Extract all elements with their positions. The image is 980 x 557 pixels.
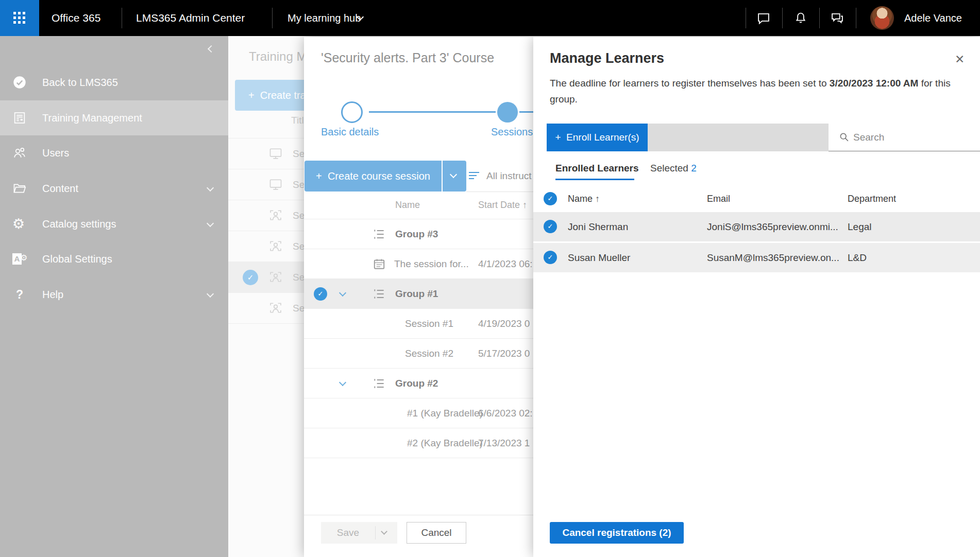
dialog-title: 'Security alerts. Part 3' Course	[321, 50, 494, 65]
save-split-arrow[interactable]	[381, 528, 387, 535]
create-course-session-button[interactable]: + Create course session	[305, 161, 442, 192]
divider	[782, 8, 783, 28]
admin-center-label[interactable]: LMS365 Admin Center	[136, 0, 245, 36]
divider	[122, 8, 122, 28]
divider	[466, 192, 533, 192]
session-group-row[interactable]: Group #3	[304, 219, 533, 249]
deadline-value: 3/20/2023 12:00 AM	[830, 78, 919, 89]
user-name[interactable]: Adele Vance	[904, 0, 962, 36]
stepper-line	[369, 111, 496, 113]
session-group-row[interactable]: Group #2	[304, 368, 533, 398]
learning-hub-menu[interactable]: My learning hub	[288, 0, 361, 36]
row-check-icon[interactable]: ✓	[314, 287, 327, 301]
step-sessions-circle[interactable]	[497, 102, 518, 123]
learner-row[interactable]: ✓ Joni Sherman JoniS@lms365preview.onmi.…	[533, 212, 980, 241]
session-row[interactable]: Session #1 4/19/2023 0	[304, 308, 533, 338]
learner-row[interactable]: ✓ Susan Mueller SusanM@lms365preview.on.…	[533, 243, 980, 272]
toolbar-strip	[648, 124, 829, 151]
avatar[interactable]	[870, 6, 894, 30]
sort-asc-icon: ↑	[595, 194, 600, 204]
chevron-down-icon[interactable]	[339, 379, 346, 386]
cancel-registrations-button[interactable]: Cancel registrations (2)	[550, 522, 684, 544]
tab-enrolled-learners[interactable]: Enrolled Learners	[555, 163, 639, 174]
search-box[interactable]	[829, 124, 980, 151]
step-basic-details-circle[interactable]	[341, 101, 363, 123]
learners-table-header: ✓ Name ↑ Email Department	[533, 186, 980, 211]
group-list-icon	[373, 228, 386, 241]
search-icon	[839, 132, 850, 143]
divider	[746, 8, 746, 28]
session-row[interactable]: #2 (Kay Bradelle) 7/13/2023 1	[304, 428, 533, 458]
panel-title: Manage Learners	[550, 50, 664, 66]
column-header-department[interactable]: Department	[848, 186, 896, 211]
close-icon[interactable]: ✕	[955, 53, 965, 66]
divider	[856, 8, 856, 28]
group-list-icon	[373, 287, 386, 301]
office365-label[interactable]: Office 365	[52, 0, 100, 36]
manage-learners-panel: Manage Learners ✕ The deadline for learn…	[533, 37, 980, 557]
search-input[interactable]	[853, 124, 972, 151]
divider	[304, 458, 533, 458]
group-list-icon	[373, 377, 386, 390]
app-launcher-button[interactable]	[0, 0, 39, 36]
calendar-icon	[373, 257, 386, 271]
column-header-start-date[interactable]: Start Date ↑	[478, 193, 527, 217]
stepper-line	[519, 111, 533, 113]
cancel-button[interactable]: Cancel	[407, 522, 466, 544]
sort-asc-icon: ↑	[522, 200, 527, 210]
select-all-check-icon[interactable]: ✓	[544, 192, 557, 205]
suite-bar: Office 365 LMS365 Admin Center My learni…	[0, 0, 980, 36]
column-header-name[interactable]: Name ↑	[568, 186, 600, 211]
deadline-text: The deadline for learners to register th…	[550, 75, 968, 107]
active-tab-underline	[555, 179, 634, 180]
session-row[interactable]: #1 (Kay Bradelle) 6/6/2023 02:	[304, 398, 533, 428]
waffle-icon	[13, 12, 25, 24]
column-header-name[interactable]: Name	[395, 193, 420, 217]
enroll-learners-button[interactable]: + Enroll Learner(s)	[547, 124, 648, 151]
divider	[819, 8, 820, 28]
bell-icon[interactable]	[793, 11, 808, 25]
step-sessions-label[interactable]: Sessions	[491, 126, 533, 138]
chat-icon[interactable]	[756, 11, 771, 25]
screen: Office 365 LMS365 Admin Center My learni…	[0, 0, 980, 557]
selected-count: 2	[691, 163, 697, 173]
instructor-filter-label[interactable]: All instruct	[486, 170, 532, 182]
step-basic-details-label[interactable]: Basic details	[321, 126, 379, 138]
column-header-email[interactable]: Email	[707, 186, 730, 211]
session-row[interactable]: The session for... 4/1/2023 06:	[304, 249, 533, 278]
create-session-split-arrow[interactable]	[443, 161, 466, 192]
course-session-dialog: 'Security alerts. Part 3' Course Basic d…	[304, 37, 533, 557]
feedback-icon[interactable]	[830, 11, 844, 25]
tab-selected[interactable]: Selected 2	[650, 163, 697, 174]
session-group-row-selected[interactable]: ✓ Group #1	[304, 278, 533, 308]
session-row[interactable]: Session #2 5/17/2023 0	[304, 338, 533, 368]
divider	[272, 8, 273, 28]
row-check-icon[interactable]: ✓	[544, 251, 557, 264]
save-button[interactable]: Save	[321, 522, 397, 544]
divider	[304, 515, 533, 515]
row-check-icon[interactable]: ✓	[544, 220, 557, 233]
chevron-down-icon[interactable]	[339, 289, 346, 297]
